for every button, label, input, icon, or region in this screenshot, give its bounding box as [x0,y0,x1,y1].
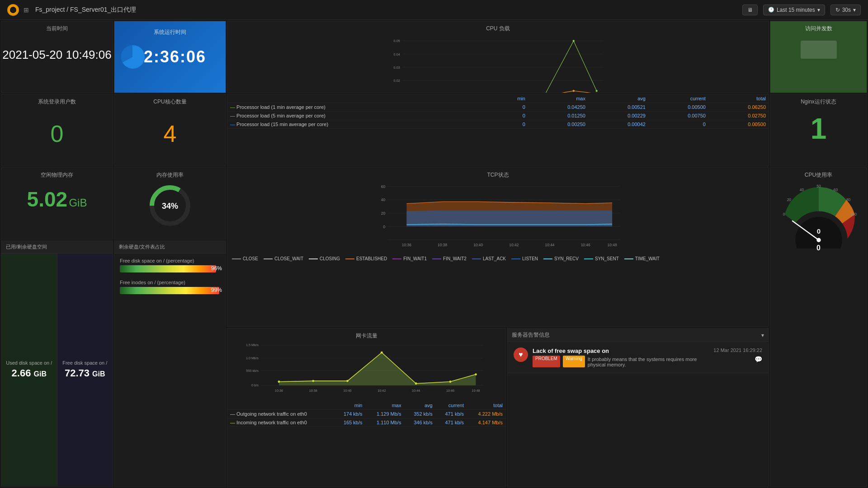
tcp-chart: 60 40 20 0 10:36 10:38 10:40 10:42 10:44… [227,181,769,253]
table-row: — Processor load (15 min average per cor… [227,120,769,129]
svg-text:40: 40 [381,197,386,202]
bar2-pct: 99% [211,287,222,293]
svg-point-74 [381,352,383,354]
legend-listen: LISTEN [511,256,538,261]
legend-last-ack: LAST_ACK [472,256,506,261]
svg-text:10:44: 10:44 [545,243,555,247]
svg-text:34%: 34% [162,202,178,211]
svg-text:1.5 Mb/s: 1.5 Mb/s [246,343,259,347]
col-left: 空闲物理内存 5.02 GiB 已用/剩余硬盘空间 Used disk spac… [1,167,113,487]
bar2-label: Free inodes on / (percentage) [120,280,220,285]
cpu-usage-title: CPU使用率 [805,168,832,181]
table-row: — Processor load (5 min average per core… [227,112,769,120]
cpu-usage-panel: CPU使用率 0 20 40 [770,167,867,487]
current-time-panel: 当前时间 2021-05-20 10:49:06 [1,21,113,93]
svg-text:60: 60 [381,184,386,189]
svg-text:10:42: 10:42 [509,243,519,247]
svg-text:0.03: 0.03 [394,66,400,70]
legend-established: ESTABLISHED [345,256,387,261]
disk-used-val: 2.66 GiB [12,367,47,379]
mem-rate-title: 内存使用率 [156,168,184,181]
cpu-speedometer: 0 20 40 50 60 80 100 0 [776,181,862,249]
free-mem-panel: 空闲物理内存 5.02 GiB [1,167,113,239]
tcp-legend: CLOSE CLOSE_WAIT CLOSING ESTABLISHED FIN… [227,254,769,263]
bar2-container: 99% [120,287,220,294]
breadcrumb: Fs_project / FS_Server01_出口代理 [35,6,738,14]
svg-text:40: 40 [799,188,804,192]
col-current: current [648,94,708,103]
mem-rate-gauge: 34% [145,181,195,230]
network-chart: 1.5 Mb/s 1.0 Mb/s 500 kb/s 0 b/s 10:36 1… [227,342,505,398]
bar1-pct: 96% [211,265,222,272]
disk-title: 已用/剩余硬盘空间 [1,241,113,253]
topbar: ⊞ Fs_project / FS_Server01_出口代理 🖥 🕐 Last… [0,0,868,20]
alert-chat-icon[interactable]: 💬 [755,356,762,363]
legend-syn-recv: SYN_RECV [543,256,579,261]
svg-text:0.04: 0.04 [394,52,400,56]
legend-fin-wait2: FIN_WAIT2 [432,256,467,261]
cpu-load-title: CPU 负载 [227,21,769,34]
table-row: — Outgoing network traffic on eth0 174 k… [227,410,505,418]
disk-panel: 已用/剩余硬盘空间 Used disk space on / 2.66 GiB … [1,240,113,487]
svg-text:10:40: 10:40 [473,243,483,247]
disk-items: Used disk space on / 2.66 GiB Free disk … [1,253,113,486]
current-time-value: 2021-05-20 10:49:06 [1,34,113,62]
bar2-track [120,287,219,294]
nginx-panel: Nginx运行状态 1 [770,94,867,166]
svg-text:10:44: 10:44 [412,389,420,393]
alerts-title: 服务器告警信息 ▾ [507,328,769,342]
svg-point-72 [312,380,314,382]
free-mem-title: 空闲物理内存 [1,168,113,181]
svg-text:0.02: 0.02 [394,79,400,83]
table-row: — Incoming network traffic on eth0 165 k… [227,418,505,427]
disk-free-item: Free disk space on / 72.73 GiB [57,253,113,486]
svg-text:10:48: 10:48 [608,243,617,247]
uptime-pie [119,43,146,70]
refresh-btn[interactable]: ↻ 30s ▾ [830,5,861,15]
svg-text:60: 60 [833,188,838,192]
svg-point-77 [475,373,477,375]
network-panel: 网卡流量 1.5 Mb/s 1.0 Mb/s 500 kb/s 0 b/s 10… [227,328,506,487]
bar1-label: Free disk space on / (percentage) [120,258,220,263]
svg-text:500 kb/s: 500 kb/s [246,369,259,373]
svg-text:10:46: 10:46 [581,243,590,247]
time-range-btn[interactable]: 🕐 Last 15 minutes ▾ [763,5,825,15]
row3-label: Processor load (15 min average per core) [236,122,328,127]
svg-text:10:40: 10:40 [343,389,351,393]
table-row: — Processor load (1 min average per core… [227,103,769,112]
svg-point-29 [596,93,598,93]
alert-icon: ♥ [514,347,528,362]
cpu-cores-title: CPU核心数量 [114,94,226,108]
alert-right: 12 Mar 2021 16:29:22 💬 [713,347,762,363]
badge-problem: PROBLEM [533,356,560,367]
cpu-load-panel: CPU 负载 0.05 0.04 0.03 0.02 0.01 0 10:36 … [227,21,769,93]
svg-point-28 [573,90,575,92]
logged-users-value: 0 [1,108,113,147]
row3: 空闲物理内存 5.02 GiB 已用/剩余硬盘空间 Used disk spac… [1,167,867,487]
alert-item: ♥ Lack of free swap space on PROBLEM War… [507,342,769,373]
svg-text:20: 20 [381,211,386,216]
monitor-btn[interactable]: 🖥 [742,5,758,15]
main-layout: 当前时间 2021-05-20 10:49:06 系统运行时间 22:36:06… [0,20,868,488]
row1-label: Processor load (1 min average per core) [236,104,326,110]
time-range-label: Last 15 minutes [777,7,815,13]
svg-point-25 [573,40,575,42]
grid-icon: ⊞ [24,6,29,14]
free-mem-value: 5.02 GiB [1,181,113,211]
svg-text:10:36: 10:36 [402,243,411,247]
logged-users-panel: 系统登录用户数 0 [1,94,113,166]
svg-point-26 [596,90,598,92]
svg-point-88 [816,238,821,242]
legend-close: CLOSE [232,256,258,261]
svg-point-0 [10,6,16,13]
tcp-title: TCP状态 [227,168,769,181]
bar1-track [120,265,216,272]
disk-used-item: Used disk space on / 2.66 GiB [1,253,57,486]
svg-text:0 b/s: 0 b/s [251,383,259,387]
mem-rate-panel: 内存使用率 34% [114,167,226,239]
svg-text:10:46: 10:46 [446,389,454,393]
network-stats-table: minmaxavgcurrenttotal — Outgoing network… [227,401,505,427]
refresh-label: 30s [842,7,851,13]
alert-msg: It probably means that the systems requi… [588,357,709,367]
table-header: minmaxavgcurrenttotal [227,401,505,410]
